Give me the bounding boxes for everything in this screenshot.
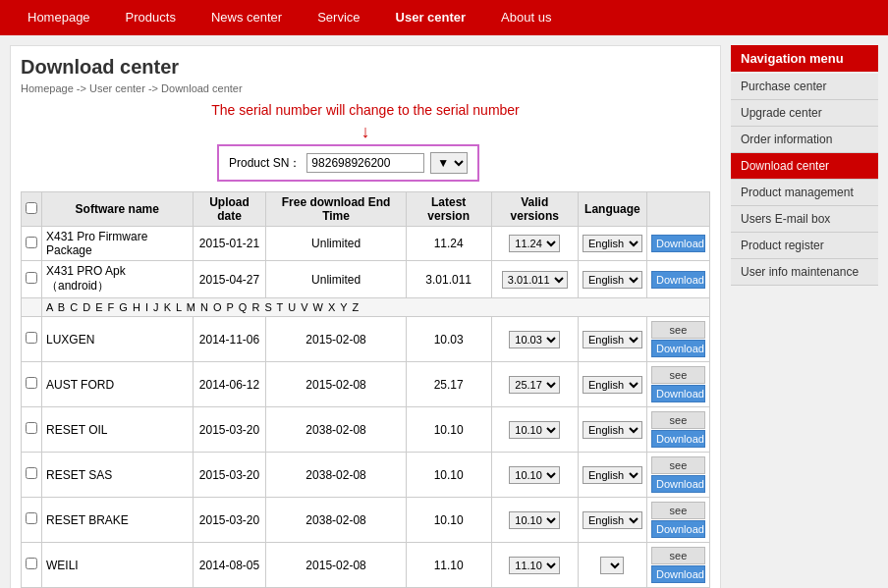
latest-version: 11.24 (406, 227, 491, 261)
row-checkbox[interactable] (26, 377, 37, 389)
sidebar-item-upgrade[interactable]: Upgrade center (731, 100, 878, 127)
version-select[interactable]: 10.03 (509, 331, 560, 348)
see-button[interactable]: see (651, 366, 705, 384)
end-time: 2015-02-08 (266, 362, 406, 407)
nav-homepage[interactable]: Homepage (10, 0, 108, 35)
download-button[interactable]: Download (651, 271, 705, 289)
sidebar-item-user-info[interactable]: User info maintenance (731, 259, 878, 286)
action-buttons: see Download (646, 407, 709, 453)
sidebar-item-product-mgmt[interactable]: Product management (731, 180, 878, 206)
latest-version: 10.03 (406, 317, 491, 362)
download-button[interactable]: Download (651, 340, 705, 357)
latest-version: 10.10 (406, 407, 491, 453)
lang-select[interactable]: English (583, 376, 642, 394)
lang-select[interactable]: English (583, 511, 642, 529)
sidebar-item-download[interactable]: Download center (731, 153, 878, 180)
product-sn-input[interactable] (306, 153, 424, 173)
software-name: X431 Pro Firmware Package (42, 227, 194, 261)
language: English (578, 407, 646, 453)
version-select[interactable]: 10.10 (509, 421, 560, 439)
nav-about-us[interactable]: About us (483, 0, 569, 35)
see-button[interactable]: see (651, 547, 705, 564)
lang-select[interactable]: English (583, 331, 642, 348)
software-name: RESET SAS (42, 453, 194, 498)
nav-products[interactable]: Products (108, 0, 194, 35)
sidebar-item-purchase[interactable]: Purchase center (731, 74, 878, 100)
row-checkbox[interactable] (26, 422, 37, 434)
see-button[interactable]: see (651, 456, 705, 474)
action-buttons: Download (646, 227, 709, 261)
download-button[interactable]: Download (651, 565, 705, 583)
language (578, 543, 646, 588)
end-time: 2038-02-08 (266, 453, 406, 498)
main-layout: Download center Homepage -> User center … (0, 35, 888, 588)
product-sn-label: Product SN： (229, 155, 301, 172)
end-time: Unlimited (266, 261, 406, 298)
version-select[interactable]: 3.01.011 (502, 271, 568, 289)
table-row: LUXGEN 2014-11-06 2015-02-08 10.03 10.03… (22, 317, 710, 362)
row-checkbox[interactable] (26, 332, 37, 344)
sidebar: Navigation menu Purchase center Upgrade … (731, 45, 878, 588)
col-language: Language (578, 192, 646, 227)
end-time: 2015-02-08 (266, 317, 406, 362)
content-area: Download center Homepage -> User center … (10, 45, 721, 588)
upload-date: 2015-03-20 (193, 453, 266, 498)
valid-versions: 10.10 (491, 498, 578, 543)
latest-version: 10.10 (406, 453, 491, 498)
nav-user-center[interactable]: User center (378, 0, 484, 35)
sidebar-item-product-reg[interactable]: Product register (731, 233, 878, 259)
lang-select[interactable]: English (583, 421, 642, 439)
version-select[interactable]: 11.10 (509, 557, 560, 574)
upload-date: 2014-11-06 (193, 317, 266, 362)
lang-select[interactable]: English (583, 235, 642, 252)
table-row: RESET OIL 2015-03-20 2038-02-08 10.10 10… (22, 407, 710, 453)
product-sn-dropdown[interactable]: ▼ (430, 152, 468, 174)
software-table: Software name Upload date Free download … (21, 191, 710, 588)
row-checkbox[interactable] (26, 467, 37, 479)
table-row: AUST FORD 2014-06-12 2015-02-08 25.17 25… (22, 362, 710, 407)
row-checkbox[interactable] (26, 272, 37, 284)
nav-service[interactable]: Service (300, 0, 377, 35)
valid-versions: 10.03 (491, 317, 578, 362)
language: English (578, 261, 646, 298)
row-checkbox[interactable] (26, 558, 37, 569)
valid-versions: 10.10 (491, 453, 578, 498)
arrow-icon: ↓ (21, 122, 710, 142)
download-button[interactable]: Download (651, 520, 705, 538)
lang-select[interactable]: English (583, 466, 642, 484)
download-button[interactable]: Download (651, 385, 705, 402)
nav-news-center[interactable]: News center (194, 0, 300, 35)
row-checkbox[interactable] (26, 512, 37, 524)
language: English (578, 362, 646, 407)
select-all-checkbox[interactable] (26, 202, 37, 214)
see-button[interactable]: see (651, 411, 705, 429)
alphabet-text: A B C D E F G H I J K L M N O P Q R S T … (42, 298, 710, 317)
sidebar-item-order[interactable]: Order information (731, 127, 878, 153)
col-free-download-end: Free download End Time (266, 192, 406, 227)
lang-select[interactable] (600, 557, 624, 574)
valid-versions: 3.01.011 (491, 261, 578, 298)
download-button[interactable]: Download (651, 235, 705, 252)
version-select[interactable]: 25.17 (509, 376, 560, 394)
action-buttons: see Download (646, 498, 709, 543)
software-name: AUST FORD (42, 362, 194, 407)
language: English (578, 453, 646, 498)
version-select[interactable]: 11.24 (509, 235, 560, 252)
lang-select[interactable]: English (583, 271, 642, 289)
download-button[interactable]: Download (651, 475, 705, 493)
download-button[interactable]: Download (651, 430, 705, 448)
language: English (578, 498, 646, 543)
sidebar-item-email[interactable]: Users E-mail box (731, 206, 878, 233)
see-button[interactable]: see (651, 502, 705, 519)
action-buttons: see Download (646, 543, 709, 588)
end-time: Unlimited (266, 227, 406, 261)
end-time: 2038-02-08 (266, 407, 406, 453)
version-select[interactable]: 10.10 (509, 466, 560, 484)
see-button[interactable]: see (651, 321, 705, 339)
latest-version: 10.10 (406, 498, 491, 543)
version-select[interactable]: 10.10 (509, 511, 560, 529)
valid-versions: 11.24 (491, 227, 578, 261)
row-checkbox[interactable] (26, 237, 37, 248)
page-title: Download center (21, 56, 710, 79)
upload-date: 2014-06-12 (193, 362, 266, 407)
